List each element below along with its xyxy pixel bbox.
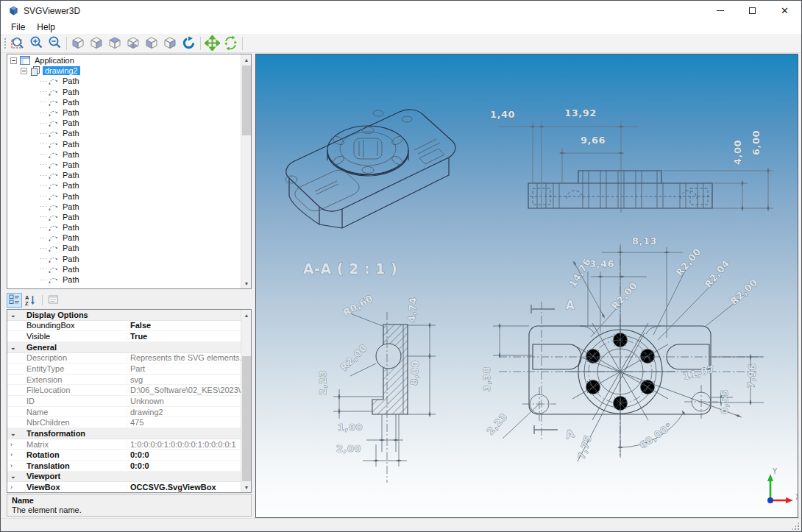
toolbar-separator xyxy=(242,37,243,50)
scroll-down-icon[interactable]: ▼ xyxy=(241,482,252,492)
view-left-button[interactable] xyxy=(143,35,161,52)
tree-item-path[interactable]: Path xyxy=(60,244,82,252)
collapse-icon[interactable] xyxy=(21,68,27,74)
property-row-extension[interactable]: Extensionsvg xyxy=(7,375,241,386)
property-row-translation[interactable]: ›Translation0:0:0 xyxy=(7,461,241,472)
property-row-entitytype[interactable]: EntityTypePart xyxy=(7,363,241,375)
tree-item-path[interactable]: Path xyxy=(60,192,82,201)
tree-item-path[interactable]: Path xyxy=(60,275,82,284)
zoom-in-button[interactable] xyxy=(27,35,46,52)
property-scrollbar[interactable]: ▲ ▼ xyxy=(241,310,251,492)
property-value[interactable]: Unknown xyxy=(127,397,241,405)
toolbar xyxy=(1,34,801,53)
close-button[interactable]: ✕ xyxy=(768,1,801,21)
property-value[interactable]: OCCSVG.SvgViewBox xyxy=(127,483,241,492)
property-value[interactable]: Part xyxy=(127,364,241,373)
property-value[interactable]: 0:0:0 xyxy=(127,450,241,459)
3d-viewport[interactable]: Y X 1,4013,929,664,006,00A-A ( 2 : 1 )R0… xyxy=(255,54,798,518)
rotate-button[interactable] xyxy=(221,35,240,52)
property-value[interactable]: svg xyxy=(127,375,241,384)
property-value[interactable]: Represents the SVG elements. xyxy=(127,353,241,362)
property-value[interactable]: drawing2 xyxy=(127,408,241,416)
property-row-rotation[interactable]: ›Rotation0:0:0 xyxy=(7,450,241,461)
chevron-down-icon[interactable]: ⌄ xyxy=(7,344,26,351)
property-row-nbrchildren[interactable]: NbrChildren475 xyxy=(7,417,241,428)
property-scroll-thumb[interactable] xyxy=(242,356,251,481)
scroll-up-icon[interactable]: ▲ xyxy=(241,54,252,65)
chevron-right-icon[interactable]: › xyxy=(7,483,26,491)
tree-item-path[interactable]: Path xyxy=(60,150,82,159)
zoom-window-button[interactable] xyxy=(9,35,27,52)
property-row-visible[interactable]: VisibleTrue xyxy=(7,331,241,342)
property-value[interactable]: 475 xyxy=(127,418,241,427)
tree-item-path[interactable]: Path xyxy=(60,171,82,180)
dimension-label: R2,00 xyxy=(673,246,703,278)
toolbar-grip[interactable] xyxy=(4,38,7,49)
tree-item-path[interactable]: Path xyxy=(60,140,82,149)
chevron-right-icon[interactable]: › xyxy=(7,462,26,469)
property-row-filelocation[interactable]: FileLocationD:\06_Software\02_KES\2023\L… xyxy=(7,385,241,396)
chevron-down-icon[interactable]: ⌄ xyxy=(7,311,26,319)
tree-item-path[interactable]: Path xyxy=(60,108,82,117)
view-front-button[interactable] xyxy=(69,35,88,52)
view-bottom-button[interactable] xyxy=(124,35,143,52)
pan-button[interactable] xyxy=(203,35,221,52)
tree-item-path[interactable]: Path xyxy=(60,118,82,127)
tree-item-path[interactable]: Path xyxy=(60,88,82,96)
property-row-matrix[interactable]: ›Matrix1:0:0:0:0:1:0:0:0:0:1:0:0:0:0:1 xyxy=(7,439,241,450)
tree-item-path[interactable]: Path xyxy=(60,255,82,263)
property-category[interactable]: ⌄Viewport xyxy=(7,472,241,483)
tree-item-path[interactable]: Path xyxy=(60,202,82,211)
categorized-button[interactable] xyxy=(7,293,22,308)
tree-item-path[interactable]: Path xyxy=(60,265,82,274)
property-name: Name xyxy=(26,408,127,416)
view-back-button[interactable] xyxy=(88,35,106,52)
dimension-label: 8,00 xyxy=(408,360,421,386)
tree-scrollbar[interactable]: ▲ ▼ xyxy=(241,54,251,288)
property-row-description[interactable]: DescriptionRepresents the SVG elements. xyxy=(7,353,241,364)
property-value[interactable]: True xyxy=(127,332,241,341)
property-row-name[interactable]: Namedrawing2 xyxy=(7,407,241,418)
tree-item-path[interactable]: Path xyxy=(60,77,82,85)
menu-item-help[interactable]: Help xyxy=(31,21,61,33)
tree-item-drawing2-selected[interactable]: drawing2 xyxy=(43,66,80,75)
property-row-viewbox[interactable]: ›ViewBoxOCCSVG.SvgViewBox xyxy=(7,482,241,493)
property-row-boundingbox[interactable]: BoundingBoxFalse xyxy=(7,321,241,332)
tree-scroll-thumb[interactable] xyxy=(242,65,251,135)
maximize-button[interactable] xyxy=(736,1,769,21)
chevron-right-icon[interactable]: › xyxy=(7,441,26,448)
property-category[interactable]: ⌄General xyxy=(7,342,241,353)
property-value[interactable]: False xyxy=(127,321,241,330)
tree-item-path[interactable]: Path xyxy=(60,213,82,221)
scroll-down-icon[interactable]: ▼ xyxy=(241,278,252,288)
property-category[interactable]: ⌄Display Options xyxy=(7,310,241,321)
view-axonometric-button[interactable] xyxy=(180,35,198,52)
zoom-out-button[interactable] xyxy=(46,35,64,52)
property-value[interactable]: D:\06_Software\02_KES\2023\Laser\Las xyxy=(127,386,241,394)
tree-item-path[interactable]: Path xyxy=(60,181,82,190)
tree-item-path[interactable]: Path xyxy=(60,160,82,169)
dimension-labels: 1,4013,929,664,006,00A-A ( 2 : 1 )R0,604… xyxy=(303,107,762,461)
chevron-right-icon[interactable]: › xyxy=(7,451,26,458)
property-value[interactable]: 1:0:0:0:0:1:0:0:0:0:1:0:0:0:0:1 xyxy=(127,440,241,449)
chevron-down-icon[interactable]: ⌄ xyxy=(7,472,26,480)
isometric-view xyxy=(285,110,455,228)
tree-item-application[interactable]: Application xyxy=(32,56,77,65)
chevron-down-icon[interactable]: ⌄ xyxy=(7,430,26,437)
scroll-up-icon[interactable]: ▲ xyxy=(241,310,252,320)
tree-item-path[interactable]: Path xyxy=(60,233,82,242)
property-value[interactable]: 0:0:0 xyxy=(127,461,241,470)
menu-item-file[interactable]: File xyxy=(5,21,31,33)
tree-item-path[interactable]: Path xyxy=(60,223,82,232)
view-right-button[interactable] xyxy=(161,35,180,52)
view-top-button[interactable] xyxy=(106,35,124,52)
resize-grip[interactable] xyxy=(791,522,800,531)
property-row-id[interactable]: IDUnknown xyxy=(7,396,241,407)
collapse-icon[interactable] xyxy=(10,57,17,64)
tree-item-path[interactable]: Path xyxy=(60,129,82,138)
tree-item-path[interactable]: Path xyxy=(60,98,82,107)
minimize-button[interactable] xyxy=(703,1,737,21)
property-category[interactable]: ⌄Transformation xyxy=(7,428,241,439)
title-bar[interactable]: SVGViewer3D ✕ xyxy=(1,1,801,21)
alphabetical-button[interactable]: AZ xyxy=(23,293,38,308)
